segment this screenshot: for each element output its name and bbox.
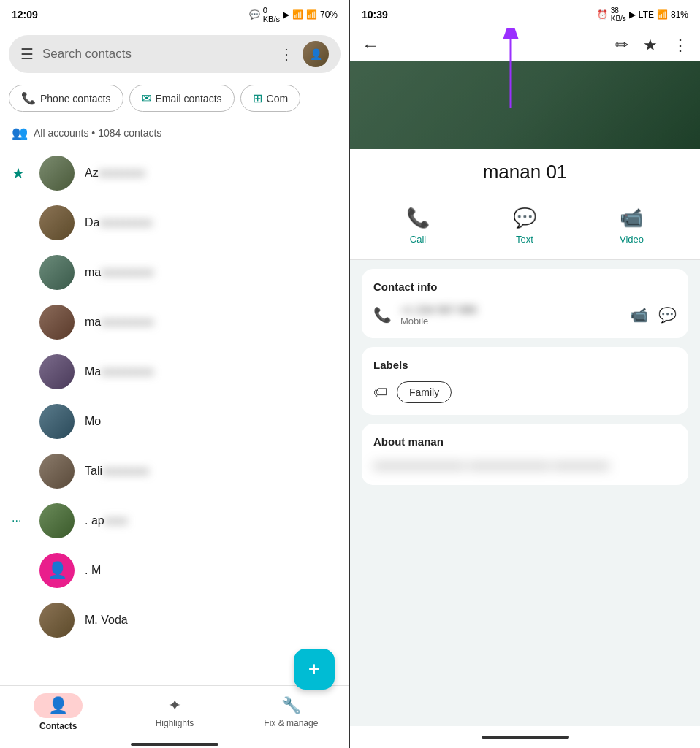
- list-item[interactable]: maxxxxxxxxx: [9, 297, 341, 347]
- contact-name: Talixxxxxxxx: [85, 465, 338, 478]
- list-item[interactable]: maxxxxxxxxx: [9, 248, 341, 297]
- contact-name: . apxxxx: [85, 514, 338, 527]
- star-icon: ★: [12, 164, 29, 182]
- detail-topbar: ← ✏ ★ ⋮: [350, 29, 700, 61]
- alarm-icon: ⏰: [597, 9, 608, 20]
- list-item[interactable]: ★ Azxxxxxxxx: [9, 148, 341, 198]
- time-left: 12:09: [12, 9, 38, 20]
- list-item[interactable]: ··· . apxxxx: [9, 496, 341, 546]
- avatar: [39, 354, 75, 389]
- video-icon: 📹: [620, 207, 643, 229]
- accounts-row: 👥 All accounts • 1084 contacts: [0, 118, 349, 148]
- tab-phone-contacts[interactable]: 📞 Phone contacts: [9, 85, 123, 112]
- tab-email-contacts[interactable]: ✉ Email contacts: [129, 85, 235, 112]
- phone-actions: 📹 💬: [630, 306, 677, 324]
- contact-name: maxxxxxxxxx: [85, 316, 338, 329]
- phone-tab-icon: 📞: [21, 91, 36, 105]
- avatar: [39, 205, 75, 240]
- phone-details: +1 234 567 890 Mobile: [400, 303, 621, 327]
- time-right: 10:39: [362, 9, 388, 20]
- highlights-nav-label: Highlights: [156, 718, 194, 728]
- search-bar[interactable]: ☰ Search contacts ⋮ 👤: [9, 35, 341, 73]
- contact-name: Azxxxxxxxx: [85, 167, 338, 180]
- star-button[interactable]: ★: [643, 36, 658, 55]
- nav-fix-manage[interactable]: 🔧 Fix & manage: [233, 696, 349, 728]
- fab-add-button[interactable]: +: [294, 649, 335, 690]
- hamburger-icon[interactable]: ☰: [20, 45, 34, 63]
- contact-name: . M: [85, 564, 338, 577]
- tab-email-label: Email contacts: [156, 93, 222, 104]
- right-panel: 10:39 ⏰ 38KB/s ▶ LTE 📶 81% ← ✏ ★ ⋮: [350, 0, 700, 748]
- avatar: [39, 156, 75, 191]
- highlights-nav-icon: ✦: [168, 696, 181, 715]
- left-panel: 12:09 💬 0KB/s ▶ 📶 📶 70% ☰ Search contact…: [0, 0, 350, 748]
- video-call-icon[interactable]: 📹: [630, 306, 648, 324]
- home-indicator-left: [0, 744, 349, 748]
- video-label: Video: [620, 234, 644, 245]
- fix-manage-nav-icon: 🔧: [281, 696, 301, 715]
- contacts-list: ★ Azxxxxxxxx Daxxxxxxxxx maxxxxxxxxx max…: [0, 148, 349, 685]
- contact-info-card: Contact info 📞 +1 234 567 890 Mobile 📹 💬: [362, 269, 688, 338]
- call-label: Call: [410, 234, 426, 245]
- fix-manage-nav-label: Fix & manage: [264, 718, 318, 728]
- status-icons-left: 💬 0KB/s ▶ 📶 📶 70%: [249, 6, 338, 23]
- nav-contacts[interactable]: 👤 Contacts: [0, 693, 116, 731]
- more-icon[interactable]: ⋮: [279, 45, 294, 63]
- contact-info-title: Contact info: [373, 280, 677, 293]
- labels-card: Labels 🏷 Family: [362, 347, 688, 415]
- home-indicator-right: [350, 726, 700, 748]
- list-item[interactable]: M. Voda: [9, 595, 341, 645]
- family-label-chip[interactable]: Family: [397, 381, 452, 403]
- message-icon[interactable]: 💬: [658, 306, 677, 324]
- list-item[interactable]: Talixxxxxxxx: [9, 446, 341, 496]
- tab-company-label: Com: [267, 93, 289, 104]
- avatar: 👤: [39, 553, 75, 588]
- avatar: [39, 503, 75, 538]
- list-item[interactable]: Daxxxxxxxxx: [9, 198, 341, 248]
- signal-icon: 📶: [306, 9, 317, 20]
- signal-right: 📶: [657, 9, 668, 20]
- back-button[interactable]: ←: [362, 35, 379, 56]
- bottom-nav: 👤 Contacts ✦ Highlights 🔧 Fix & manage: [0, 685, 349, 744]
- battery-right-icon: ▶: [629, 9, 636, 20]
- about-title: About manan: [373, 435, 677, 448]
- whatsapp-icon: 💬: [249, 9, 260, 20]
- video-button[interactable]: 📹 Video: [620, 207, 644, 245]
- contact-name: Maxxxxxxxxx: [85, 365, 338, 378]
- more-button[interactable]: ⋮: [672, 36, 688, 55]
- contact-name-section: manan 01: [350, 149, 700, 195]
- detail-sections: Contact info 📞 +1 234 567 890 Mobile 📹 💬…: [350, 260, 700, 726]
- label-tag-icon: 🏷: [373, 384, 388, 401]
- tab-company-contacts[interactable]: ⊞ Com: [240, 85, 301, 112]
- battery-percent-right: 81%: [671, 9, 688, 20]
- avatar: [39, 255, 75, 290]
- list-item[interactable]: 👤 . M: [9, 546, 341, 595]
- topbar-actions: ✏ ★ ⋮: [615, 36, 688, 55]
- call-icon: 📞: [406, 207, 430, 229]
- text-label: Text: [516, 234, 533, 245]
- user-avatar[interactable]: 👤: [303, 41, 329, 67]
- call-button[interactable]: 📞 Call: [406, 207, 430, 245]
- search-input-label[interactable]: Search contacts: [42, 47, 270, 61]
- avatar: [39, 404, 75, 439]
- wifi-icon: 📶: [292, 9, 303, 20]
- tab-phone-label: Phone contacts: [40, 93, 111, 104]
- contact-name: M. Voda: [85, 614, 338, 627]
- avatar: [39, 305, 75, 340]
- data-icon-right: 38KB/s: [611, 7, 626, 23]
- about-content: xxxxxxxxxxxxxxxxxx xxxxxxxxxxxxxxxx xxxx…: [373, 458, 677, 473]
- text-button[interactable]: 💬 Text: [513, 207, 536, 245]
- contacts-nav-label: Contacts: [39, 721, 77, 731]
- phone-row: 📞 +1 234 567 890 Mobile 📹 💬: [373, 303, 677, 327]
- battery-left: ▶: [283, 9, 289, 20]
- list-item[interactable]: Mo: [9, 397, 341, 446]
- edit-button[interactable]: ✏: [615, 36, 628, 55]
- avatar: [39, 454, 75, 489]
- list-item[interactable]: Maxxxxxxxxx: [9, 347, 341, 397]
- action-buttons: 📞 Call 💬 Text 📹 Video: [350, 195, 700, 260]
- labels-title: Labels: [373, 359, 677, 371]
- nav-highlights[interactable]: ✦ Highlights: [116, 696, 232, 728]
- phone-type: Mobile: [400, 316, 621, 327]
- company-tab-icon: ⊞: [253, 91, 262, 105]
- battery-percent-left: 70%: [320, 9, 338, 20]
